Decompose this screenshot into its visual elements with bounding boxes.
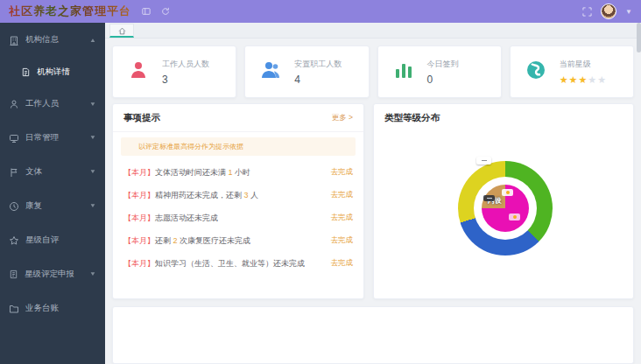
sidebar-item-star-self-eval[interactable]: 星级自评 bbox=[0, 223, 105, 257]
notice-banner: 以评定标准最高得分作为提示依据 bbox=[121, 137, 356, 156]
sunburst-chart[interactable]: 内设 bbox=[458, 161, 553, 256]
person-icon bbox=[127, 59, 150, 85]
building-icon bbox=[9, 35, 19, 46]
sidebar-item-label: 机构信息 bbox=[25, 34, 89, 46]
more-link[interactable]: 更多 > bbox=[332, 113, 353, 123]
people-icon bbox=[259, 59, 282, 85]
type-grade-distribution-panel: 类型等级分布 内设 bbox=[373, 103, 634, 299]
sidebar-item-label: 文体 bbox=[25, 166, 89, 178]
sidebar: 机构信息 ▲ 机构详情 工作人员 ▼ 日常管理 ▼ 文体 ▼ 康复 ▼ bbox=[0, 23, 105, 364]
star-icon bbox=[9, 235, 19, 246]
chevron-down-icon: ▼ bbox=[89, 169, 96, 175]
reminder-text: 【本月】志愿活动还未完成 bbox=[123, 213, 218, 224]
sidebar-item-rehab[interactable]: 康复 ▼ bbox=[0, 189, 105, 223]
sidebar-item-business-ledger[interactable]: 业务台账 bbox=[0, 291, 105, 326]
sidebar-item-label: 日常管理 bbox=[25, 132, 89, 144]
chevron-up-icon: ▲ bbox=[89, 37, 96, 43]
chart-marker bbox=[509, 214, 520, 220]
sidebar-item-org-info[interactable]: 机构信息 ▲ bbox=[0, 23, 105, 57]
sidebar-item-label: 星级自评 bbox=[25, 234, 96, 246]
user-icon bbox=[9, 99, 19, 109]
chevron-down-icon: ▼ bbox=[89, 271, 96, 277]
document-icon bbox=[21, 67, 31, 77]
chart-marker bbox=[502, 189, 513, 196]
report-icon bbox=[9, 270, 18, 279]
stat-card-today-checkin[interactable]: 今日签到 0 bbox=[377, 46, 502, 98]
reminder-row: 【本月】文体活动时间还未满 1 小时 去完成 bbox=[113, 161, 363, 184]
stat-label: 今日签到 bbox=[427, 59, 459, 70]
stat-label: 工作人员人数 bbox=[162, 59, 209, 70]
chart-marker bbox=[483, 195, 495, 201]
stat-label: 当前星级 bbox=[560, 59, 607, 70]
stat-value: 0 bbox=[427, 74, 459, 86]
reminders-header: 事项提示 更多 > bbox=[113, 104, 363, 132]
reminder-row: 【本月】知识学习（生活、卫生、就业等）还未完成 去完成 bbox=[113, 252, 363, 275]
stat-label: 安置职工人数 bbox=[294, 59, 342, 70]
chart-tooltip bbox=[476, 157, 491, 164]
go-complete-link[interactable]: 去完成 bbox=[331, 258, 354, 269]
sidebar-item-culture-sports[interactable]: 文体 ▼ bbox=[0, 155, 105, 189]
app-header: 社区养老之家管理平台 ▼ bbox=[0, 0, 641, 23]
app-title: 社区养老之家管理平台 bbox=[9, 4, 131, 19]
sidebar-item-star-rating-apply[interactable]: 星级评定申报 ▼ bbox=[0, 257, 105, 291]
sidebar-item-label: 业务台账 bbox=[25, 303, 96, 314]
vertical-scrollbar[interactable] bbox=[637, 23, 641, 52]
reminder-text: 【本月】还剩 2 次康复医疗还未完成 bbox=[123, 235, 250, 247]
flag-icon bbox=[9, 167, 19, 178]
stat-value: 3 bbox=[162, 74, 209, 86]
sidebar-item-label: 工作人员 bbox=[25, 98, 89, 109]
go-complete-link[interactable]: 去完成 bbox=[331, 190, 354, 200]
sidebar-item-org-detail[interactable]: 机构详情 bbox=[0, 57, 105, 87]
monitor-icon bbox=[9, 133, 19, 144]
reminder-row: 【本月】还剩 2 次康复医疗还未完成 去完成 bbox=[113, 229, 363, 252]
stars-empty: ★★ bbox=[588, 74, 607, 85]
folder-icon bbox=[9, 304, 19, 314]
reminders-panel: 事项提示 更多 > 以评定标准最高得分作为提示依据 【本月】文体活动时间还未满 … bbox=[112, 103, 364, 299]
sidebar-item-label: 康复 bbox=[25, 200, 89, 212]
fullscreen-icon[interactable] bbox=[582, 7, 592, 17]
reminder-text: 【本月】精神用药还未完成，还剩 3 人 bbox=[123, 190, 258, 201]
home-icon bbox=[118, 23, 126, 38]
chevron-down-icon: ▼ bbox=[89, 135, 96, 141]
distribution-header: 类型等级分布 bbox=[374, 104, 633, 131]
stars-filled: ★★★ bbox=[560, 74, 588, 85]
reminder-row: 【本月】精神用药还未完成，还剩 3 人 去完成 bbox=[113, 184, 363, 206]
user-menu-chevron-down-icon[interactable]: ▼ bbox=[625, 8, 632, 16]
stat-card-staff-count[interactable]: 工作人员人数 3 bbox=[112, 46, 236, 98]
sidebar-item-label: 机构详情 bbox=[37, 66, 96, 78]
go-complete-link[interactable]: 去完成 bbox=[331, 167, 354, 178]
collapse-sidebar-icon[interactable] bbox=[142, 7, 151, 16]
main-content: 工作人员人数 3 安置职工人数 4 今日签到 0 bbox=[105, 23, 641, 364]
panel-title: 事项提示 bbox=[123, 112, 160, 124]
reminder-row: 【本月】志愿活动还未完成 去完成 bbox=[113, 206, 363, 229]
stat-card-current-star-level[interactable]: 当前星级 ★★★★★ bbox=[510, 46, 634, 98]
sidebar-item-staff[interactable]: 工作人员 ▼ bbox=[0, 87, 105, 121]
go-complete-link[interactable]: 去完成 bbox=[331, 235, 354, 246]
reminder-text: 【本月】文体活动时间还未满 1 小时 bbox=[123, 167, 250, 178]
chevron-down-icon: ▼ bbox=[89, 101, 96, 107]
star-rating: ★★★★★ bbox=[560, 74, 607, 86]
sidebar-item-label: 星级评定申报 bbox=[25, 269, 89, 280]
bottom-panel bbox=[112, 306, 634, 364]
stat-card-placed-workers[interactable]: 安置职工人数 4 bbox=[244, 46, 369, 98]
tab-home[interactable] bbox=[109, 24, 134, 38]
chevron-down-icon: ▼ bbox=[89, 203, 96, 209]
panels-row: 事项提示 更多 > 以评定标准最高得分作为提示依据 【本月】文体活动时间还未满 … bbox=[105, 98, 641, 299]
go-complete-link[interactable]: 去完成 bbox=[331, 213, 354, 223]
bar-chart-icon bbox=[392, 59, 415, 85]
reminder-text: 【本月】知识学习（生活、卫生、就业等）还未完成 bbox=[123, 258, 305, 270]
tab-bar bbox=[105, 23, 641, 38]
globe-icon bbox=[525, 59, 547, 85]
user-avatar[interactable] bbox=[601, 4, 616, 19]
clock-icon bbox=[9, 201, 19, 212]
stat-cards-row: 工作人员人数 3 安置职工人数 4 今日签到 0 bbox=[105, 38, 641, 98]
stat-value: 4 bbox=[294, 74, 342, 86]
panel-title: 类型等级分布 bbox=[384, 112, 440, 124]
refresh-icon[interactable] bbox=[161, 7, 170, 16]
sidebar-item-daily-mgmt[interactable]: 日常管理 ▼ bbox=[0, 121, 105, 155]
